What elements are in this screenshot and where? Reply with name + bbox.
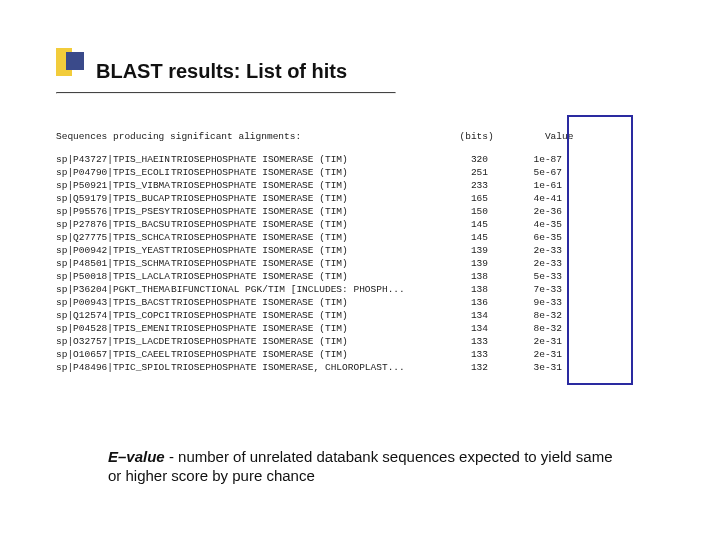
hit-bits: 138 bbox=[444, 270, 488, 283]
hit-id: sp|O32757|TPIS_LACDE bbox=[56, 335, 171, 348]
table-row: sp|P43727|TPIS_HAEINTRIOSEPHOSPHATE ISOM… bbox=[56, 153, 671, 166]
page-title: BLAST results: List of hits bbox=[96, 60, 347, 83]
hit-desc: TRIOSEPHOSPHATE ISOMERASE (TIM) bbox=[171, 153, 444, 166]
table-row: sp|Q12574|TPIS_COPCITRIOSEPHOSPHATE ISOM… bbox=[56, 309, 671, 322]
hit-evalue: 2e-31 bbox=[510, 348, 562, 361]
hit-bits: 145 bbox=[444, 231, 488, 244]
table-row: sp|P04528|TPIS_EMENITRIOSEPHOSPHATE ISOM… bbox=[56, 322, 671, 335]
hit-bits: 139 bbox=[444, 244, 488, 257]
hit-bits: 132 bbox=[444, 361, 488, 374]
hit-desc: TRIOSEPHOSPHATE ISOMERASE (TIM) bbox=[171, 192, 444, 205]
slide-corner-icon bbox=[56, 48, 84, 76]
hit-evalue: 2e-33 bbox=[510, 244, 562, 257]
table-row: sp|P50018|TPIS_LACLATRIOSEPHOSPHATE ISOM… bbox=[56, 270, 671, 283]
hit-desc: TRIOSEPHOSPHATE ISOMERASE (TIM) bbox=[171, 335, 444, 348]
hit-desc: TRIOSEPHOSPHATE ISOMERASE (TIM) bbox=[171, 322, 444, 335]
table-row: sp|O32757|TPIS_LACDETRIOSEPHOSPHATE ISOM… bbox=[56, 335, 671, 348]
hit-desc: TRIOSEPHOSPHATE ISOMERASE (TIM) bbox=[171, 270, 444, 283]
table-row: sp|P48501|TPIS_SCHMATRIOSEPHOSPHATE ISOM… bbox=[56, 257, 671, 270]
hit-desc: TRIOSEPHOSPHATE ISOMERASE (TIM) bbox=[171, 309, 444, 322]
hit-evalue: 9e-33 bbox=[510, 296, 562, 309]
hit-bits: 136 bbox=[444, 296, 488, 309]
hit-desc: TRIOSEPHOSPHATE ISOMERASE (TIM) bbox=[171, 257, 444, 270]
table-row: sp|P48496|TPIC_SPIOLTRIOSEPHOSPHATE ISOM… bbox=[56, 361, 671, 374]
hit-id: sp|P43727|TPIS_HAEIN bbox=[56, 153, 171, 166]
hit-id: sp|P27876|TPIS_BACSU bbox=[56, 218, 171, 231]
hit-id: sp|P00942|TPIS_YEAST bbox=[56, 244, 171, 257]
hit-id: sp|P04528|TPIS_EMENI bbox=[56, 322, 171, 335]
hit-desc: TRIOSEPHOSPHATE ISOMERASE (TIM) bbox=[171, 179, 444, 192]
hit-evalue: 8e-32 bbox=[510, 309, 562, 322]
hit-bits: 165 bbox=[444, 192, 488, 205]
hit-desc: TRIOSEPHOSPHATE ISOMERASE (TIM) bbox=[171, 296, 444, 309]
table-row: sp|P50921|TPIS_VIBMATRIOSEPHOSPHATE ISOM… bbox=[56, 179, 671, 192]
hit-desc: TRIOSEPHOSPHATE ISOMERASE (TIM) bbox=[171, 231, 444, 244]
blast-hits-table: Sequences producing significant alignmen… bbox=[56, 130, 671, 374]
hit-bits: 133 bbox=[444, 335, 488, 348]
hit-desc: TRIOSEPHOSPHATE ISOMERASE (TIM) bbox=[171, 244, 444, 257]
table-row: sp|Q27775|TPIS_SCHCATRIOSEPHOSPHATE ISOM… bbox=[56, 231, 671, 244]
hit-bits: 150 bbox=[444, 205, 488, 218]
hit-bits: 145 bbox=[444, 218, 488, 231]
hit-desc: BIFUNCTIONAL PGK/TIM [INCLUDES: PHOSPH..… bbox=[171, 283, 444, 296]
hit-id: sp|P00943|TPIS_BACST bbox=[56, 296, 171, 309]
hit-evalue: 4e-35 bbox=[510, 218, 562, 231]
hit-id: sp|P36204|PGKT_THEMA bbox=[56, 283, 171, 296]
hit-evalue: 6e-35 bbox=[510, 231, 562, 244]
hit-evalue: 8e-32 bbox=[510, 322, 562, 335]
hit-id: sp|Q12574|TPIS_COPCI bbox=[56, 309, 171, 322]
hit-evalue: 1e-61 bbox=[510, 179, 562, 192]
table-row: sp|O10657|TPIS_CAEELTRIOSEPHOSPHATE ISOM… bbox=[56, 348, 671, 361]
hit-evalue: 2e-36 bbox=[510, 205, 562, 218]
table-header-row: Sequences producing significant alignmen… bbox=[56, 130, 671, 143]
hit-desc: TRIOSEPHOSPHATE ISOMERASE, CHLOROPLAST..… bbox=[171, 361, 444, 374]
hit-evalue: 4e-41 bbox=[510, 192, 562, 205]
table-row: sp|P36204|PGKT_THEMABIFUNCTIONAL PGK/TIM… bbox=[56, 283, 671, 296]
hit-evalue: 1e-87 bbox=[510, 153, 562, 166]
hit-desc: TRIOSEPHOSPHATE ISOMERASE (TIM) bbox=[171, 218, 444, 231]
hit-desc: TRIOSEPHOSPHATE ISOMERASE (TIM) bbox=[171, 348, 444, 361]
hit-id: sp|P50018|TPIS_LACLA bbox=[56, 270, 171, 283]
table-row: sp|Q59179|TPIS_BUCAPTRIOSEPHOSPHATE ISOM… bbox=[56, 192, 671, 205]
hit-evalue: 7e-33 bbox=[510, 283, 562, 296]
hit-bits: 134 bbox=[444, 309, 488, 322]
hit-id: sp|P50921|TPIS_VIBMA bbox=[56, 179, 171, 192]
hit-id: sp|Q27775|TPIS_SCHCA bbox=[56, 231, 171, 244]
hit-bits: 138 bbox=[444, 283, 488, 296]
hit-bits: 139 bbox=[444, 257, 488, 270]
hit-id: sp|P04790|TPIS_ECOLI bbox=[56, 166, 171, 179]
hit-evalue: 5e-67 bbox=[510, 166, 562, 179]
hit-id: sp|P48501|TPIS_SCHMA bbox=[56, 257, 171, 270]
hit-evalue: 2e-33 bbox=[510, 257, 562, 270]
hit-desc: TRIOSEPHOSPHATE ISOMERASE (TIM) bbox=[171, 166, 444, 179]
table-row: sp|P00942|TPIS_YEASTTRIOSEPHOSPHATE ISOM… bbox=[56, 244, 671, 257]
footnote: E–value - number of unrelated databank s… bbox=[108, 447, 628, 485]
title-underline bbox=[56, 92, 396, 94]
table-row: sp|P27876|TPIS_BACSUTRIOSEPHOSPHATE ISOM… bbox=[56, 218, 671, 231]
hit-id: sp|Q59179|TPIS_BUCAP bbox=[56, 192, 171, 205]
col-value-label: Value bbox=[521, 130, 573, 143]
table-row: sp|P95576|TPIS_PSESYTRIOSEPHOSPHATE ISOM… bbox=[56, 205, 671, 218]
hit-bits: 251 bbox=[444, 166, 488, 179]
hit-evalue: 5e-33 bbox=[510, 270, 562, 283]
hit-bits: 133 bbox=[444, 348, 488, 361]
hit-evalue: 2e-31 bbox=[510, 335, 562, 348]
footnote-rest: - number of unrelated databank sequences… bbox=[108, 448, 613, 484]
hit-bits: 320 bbox=[444, 153, 488, 166]
hit-id: sp|O10657|TPIS_CAEEL bbox=[56, 348, 171, 361]
col-bits-label: (bits) bbox=[450, 130, 494, 143]
footnote-term: E–value bbox=[108, 448, 165, 465]
hit-bits: 233 bbox=[444, 179, 488, 192]
hit-desc: TRIOSEPHOSPHATE ISOMERASE (TIM) bbox=[171, 205, 444, 218]
table-row: sp|P04790|TPIS_ECOLITRIOSEPHOSPHATE ISOM… bbox=[56, 166, 671, 179]
hit-id: sp|P95576|TPIS_PSESY bbox=[56, 205, 171, 218]
hit-bits: 134 bbox=[444, 322, 488, 335]
col-seq-label: Sequences producing significant alignmen… bbox=[56, 130, 444, 143]
hit-evalue: 3e-31 bbox=[510, 361, 562, 374]
table-row: sp|P00943|TPIS_BACSTTRIOSEPHOSPHATE ISOM… bbox=[56, 296, 671, 309]
hit-id: sp|P48496|TPIC_SPIOL bbox=[56, 361, 171, 374]
